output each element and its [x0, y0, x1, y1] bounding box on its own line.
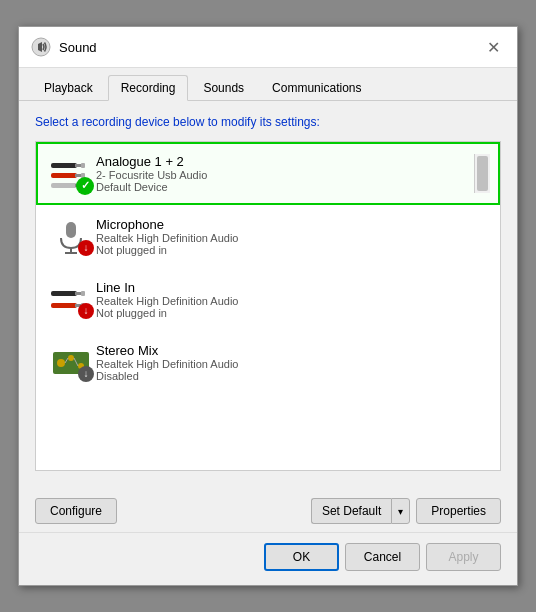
svg-rect-11 [66, 222, 76, 238]
close-button[interactable]: ✕ [481, 35, 505, 59]
svg-rect-17 [51, 303, 77, 308]
device-sub2-analogue: Default Device [96, 181, 474, 193]
not-plugged-badge-microphone: ↓ [78, 240, 94, 256]
set-default-split: Set Default ▾ [311, 498, 410, 524]
device-info-stereomix: Stereo Mix Realtek High Definition Audio… [96, 343, 490, 382]
svg-point-22 [68, 355, 74, 361]
default-device-badge: ✓ [76, 177, 94, 195]
not-plugged-badge-linein: ↓ [78, 303, 94, 319]
main-content: Select a recording device below to modif… [19, 101, 517, 490]
device-sub1-microphone: Realtek High Definition Audio [96, 232, 490, 244]
svg-rect-16 [81, 291, 85, 296]
svg-rect-3 [75, 164, 81, 167]
tab-communications[interactable]: Communications [259, 75, 374, 101]
tab-recording[interactable]: Recording [108, 75, 189, 101]
tab-sounds[interactable]: Sounds [190, 75, 257, 101]
svg-rect-14 [51, 291, 77, 296]
tab-bar: Playback Recording Sounds Communications [19, 68, 517, 101]
svg-rect-4 [81, 163, 85, 168]
sound-dialog: Sound ✕ Playback Recording Sounds Commun… [18, 26, 518, 586]
tab-playback[interactable]: Playback [31, 75, 106, 101]
scrollbar-thumb [477, 156, 488, 191]
sound-icon [31, 37, 51, 57]
properties-button[interactable]: Properties [416, 498, 501, 524]
device-info-analogue: Analogue 1 + 2 2- Focusrite Usb Audio De… [96, 154, 474, 193]
footer-buttons: OK Cancel Apply [19, 532, 517, 585]
list-scrollbar[interactable] [474, 154, 490, 193]
device-info-linein: Line In Realtek High Definition Audio No… [96, 280, 490, 319]
device-name-linein: Line In [96, 280, 490, 295]
svg-rect-6 [75, 174, 81, 177]
device-sub1-stereomix: Realtek High Definition Audio [96, 358, 490, 370]
cancel-button[interactable]: Cancel [345, 543, 420, 571]
svg-rect-2 [51, 163, 77, 168]
set-default-arrow[interactable]: ▾ [391, 498, 410, 524]
configure-button[interactable]: Configure [35, 498, 117, 524]
apply-button[interactable]: Apply [426, 543, 501, 571]
window-title: Sound [59, 40, 97, 55]
device-info-microphone: Microphone Realtek High Definition Audio… [96, 217, 490, 256]
device-sub1-linein: Realtek High Definition Audio [96, 295, 490, 307]
svg-rect-15 [75, 292, 81, 295]
svg-rect-5 [51, 173, 77, 178]
ok-button[interactable]: OK [264, 543, 339, 571]
title-bar-left: Sound [31, 37, 97, 57]
device-icon-wrap-stereomix: ↓ [46, 344, 96, 382]
instruction-text: Select a recording device below to modif… [35, 115, 501, 129]
device-item-stereomix[interactable]: ↓ Stereo Mix Realtek High Definition Aud… [36, 331, 500, 394]
svg-point-21 [57, 359, 65, 367]
device-sub1-analogue: 2- Focusrite Usb Audio [96, 169, 474, 181]
device-name-microphone: Microphone [96, 217, 490, 232]
device-item-microphone[interactable]: ↓ Microphone Realtek High Definition Aud… [36, 205, 500, 268]
device-icon-wrap-linein: ↓ [46, 281, 96, 319]
set-default-button[interactable]: Set Default [311, 498, 391, 524]
device-sub2-linein: Not plugged in [96, 307, 490, 319]
device-icon-wrap-analogue: ✓ [46, 155, 96, 193]
device-sub2-stereomix: Disabled [96, 370, 490, 382]
disabled-badge-stereomix: ↓ [78, 366, 94, 382]
device-name-stereomix: Stereo Mix [96, 343, 490, 358]
device-list: ✓ Analogue 1 + 2 2- Focusrite Usb Audio … [35, 141, 501, 471]
device-item-linein[interactable]: ↓ Line In Realtek High Definition Audio … [36, 268, 500, 331]
device-sub2-microphone: Not plugged in [96, 244, 490, 256]
device-name-analogue: Analogue 1 + 2 [96, 154, 474, 169]
action-buttons: Configure Set Default ▾ Properties [19, 490, 517, 532]
device-item-analogue[interactable]: ✓ Analogue 1 + 2 2- Focusrite Usb Audio … [36, 142, 500, 205]
title-bar: Sound ✕ [19, 27, 517, 68]
svg-rect-8 [51, 183, 77, 188]
device-icon-wrap-microphone: ↓ [46, 218, 96, 256]
